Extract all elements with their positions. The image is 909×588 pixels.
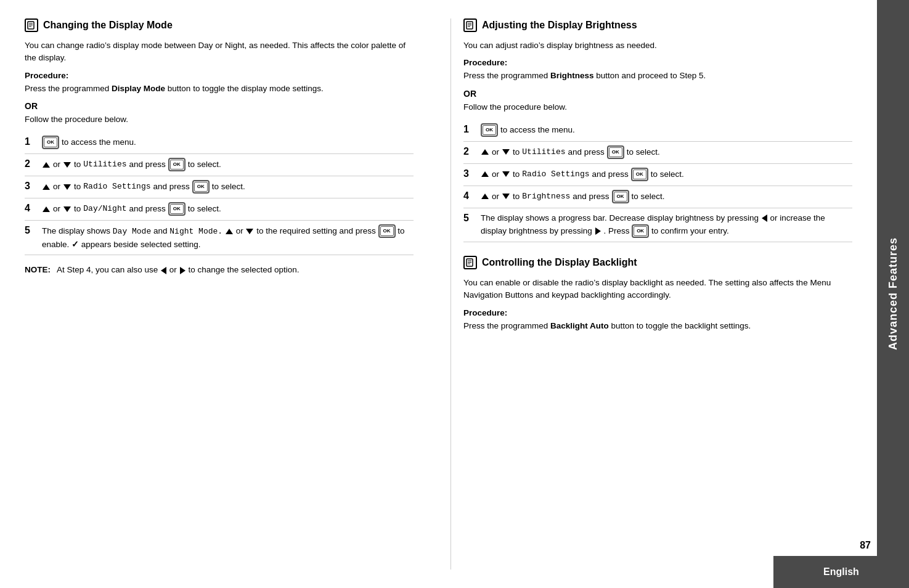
step-4-mono: Day/Night xyxy=(83,203,126,215)
arrow-up-icon xyxy=(481,149,489,155)
step-5-text3: to the required setting and press xyxy=(256,226,378,235)
arrow-down-icon xyxy=(502,149,510,155)
r-step-num-4: 4 xyxy=(463,190,475,202)
r-step-2-post: to select. xyxy=(627,146,660,158)
r-step-5-text4: to confirm your entry. xyxy=(651,226,729,235)
r-step-2-and: and press xyxy=(568,146,605,158)
step-num-1: 1 xyxy=(25,136,36,147)
right-intro: You can adjust radio’s display brightnes… xyxy=(463,39,852,52)
step-4-and: and press xyxy=(129,203,166,215)
r-step-2-or: or xyxy=(492,146,499,158)
left-section-header: Changing the Display Mode xyxy=(25,18,414,32)
step-num-5: 5 xyxy=(25,225,36,236)
left-procedure-label: Procedure: xyxy=(25,71,414,80)
left-or: OR xyxy=(25,101,414,111)
arrow-up-icon xyxy=(481,171,489,177)
left-intro: You can change radio’s display mode betw… xyxy=(25,39,414,65)
right-procedure-label: Procedure: xyxy=(463,58,852,67)
r-step-4-post: to select. xyxy=(632,190,665,203)
arrow-down-icon xyxy=(246,229,253,234)
r-step-4-content: or to Brightness and press OK to select. xyxy=(481,190,852,203)
r-step-4-mono: Brightness xyxy=(522,190,570,203)
ok-button-icon: OK xyxy=(632,224,649,238)
right-section1-header: Adjusting the Display Brightness xyxy=(463,18,852,32)
arrow-down-icon xyxy=(502,171,510,177)
ok-button-icon: OK xyxy=(481,123,498,137)
ok-button-icon: OK xyxy=(607,145,624,159)
ok-button-icon: OK xyxy=(168,158,185,171)
step-5-text1: The display shows xyxy=(42,226,113,235)
left-step-2: 2 or to Utilities and press OK to select… xyxy=(25,154,414,176)
language-label: English xyxy=(823,566,859,578)
r-step-4-or: or xyxy=(492,190,499,203)
ok-button-icon: OK xyxy=(192,180,210,194)
r-step-3-content: or to Radio Settings and press OK to sel… xyxy=(481,168,852,181)
ok-button-icon: OK xyxy=(378,224,396,238)
right-or: OR xyxy=(463,89,852,99)
r-step-num-2: 2 xyxy=(463,146,475,157)
step-3-or: or xyxy=(53,181,60,193)
page-container: Changing the Display Mode You can change… xyxy=(0,0,909,588)
step-5-text5: appears beside selected setting. xyxy=(81,240,201,249)
step-2-mono: Utilities xyxy=(83,158,126,171)
step-3-content: or to Radio Settings and press OK to sel… xyxy=(42,180,414,194)
main-content: Changing the Display Mode You can change… xyxy=(0,0,877,588)
step-num-4: 4 xyxy=(25,203,36,214)
r-step-5-content: The display shows a progress bar. Decrea… xyxy=(481,212,852,238)
ok-button-icon: OK xyxy=(42,136,59,149)
right-section2-icon xyxy=(463,256,477,269)
left-step-4: 4 or to Day/Night and press OK to select… xyxy=(25,198,414,221)
document-icon-2 xyxy=(466,21,475,30)
step-2-or: or xyxy=(53,158,60,171)
step-5-or: or xyxy=(236,226,246,235)
arrow-up-icon xyxy=(226,229,233,234)
r-step-num-3: 3 xyxy=(463,168,475,179)
r-step-1-content: OK to access the menu. xyxy=(481,123,852,137)
step-2-content: or to Utilities and press OK to select. xyxy=(42,158,414,171)
step-3-to: to xyxy=(74,181,81,193)
r-step-num-5: 5 xyxy=(463,213,475,224)
display-mode-bold: Display Mode xyxy=(112,84,165,93)
ok-button-icon: OK xyxy=(168,202,185,216)
arrow-down-icon xyxy=(502,194,510,199)
step-2-and: and press xyxy=(129,158,166,171)
step-num-2: 2 xyxy=(25,158,36,169)
arrow-left-icon xyxy=(161,267,166,274)
step-4-or: or xyxy=(53,203,60,215)
left-column: Changing the Display Mode You can change… xyxy=(25,18,426,570)
arrow-left-icon xyxy=(762,214,767,222)
step-3-and: and press xyxy=(153,181,190,193)
right-section1-icon xyxy=(463,18,477,32)
arrow-down-icon xyxy=(63,206,71,212)
r-step-3-post: to select. xyxy=(651,168,684,181)
step-5-content: The display shows Day Mode and Night Mod… xyxy=(42,224,414,251)
arrow-up-icon xyxy=(43,206,50,212)
r-step-3-mono: Radio Settings xyxy=(522,168,589,181)
right-procedure-text: Press the programmed Brightness button a… xyxy=(463,70,852,82)
step-5-mono1: Day Mode xyxy=(113,227,151,236)
document-icon xyxy=(27,21,36,30)
r-step-5-text1: The display shows a progress bar. Decrea… xyxy=(481,213,761,223)
right-step-2: 2 or to Utilities and press OK to select… xyxy=(463,142,852,164)
ok-button-icon: OK xyxy=(631,168,648,181)
step-2-post: to select. xyxy=(188,158,221,171)
note-content: At Step 4, you can also use or to change… xyxy=(57,264,414,276)
right-section2-intro: You can enable or disable the radio’s di… xyxy=(463,277,852,302)
document-icon-3 xyxy=(466,258,475,267)
r-step-num-1: 1 xyxy=(463,124,475,135)
r-step-2-content: or to Utilities and press OK to select. xyxy=(481,145,852,159)
step-num-3: 3 xyxy=(25,181,36,192)
step-1-content: OK to access the menu. xyxy=(42,136,414,149)
r-step-5-text3: . Press xyxy=(603,226,632,235)
step-3-mono: Radio Settings xyxy=(83,181,150,193)
step-4-content: or to Day/Night and press OK to select. xyxy=(42,202,414,216)
left-follow: Follow the procedure below. xyxy=(25,113,414,126)
r-step-3-to: to xyxy=(513,168,520,181)
right-section2-header: Controlling the Display Backlight xyxy=(463,256,852,269)
step-5-mono2: Night Mode. xyxy=(169,227,222,236)
step-3-post: to select. xyxy=(212,181,245,193)
r-step-3-and: and press xyxy=(592,168,629,181)
r-step-4-to: to xyxy=(513,190,520,203)
right-step-4: 4 or to Brightness and press OK to selec… xyxy=(463,186,852,208)
backlight-auto-bold: Backlight Auto xyxy=(550,321,609,330)
